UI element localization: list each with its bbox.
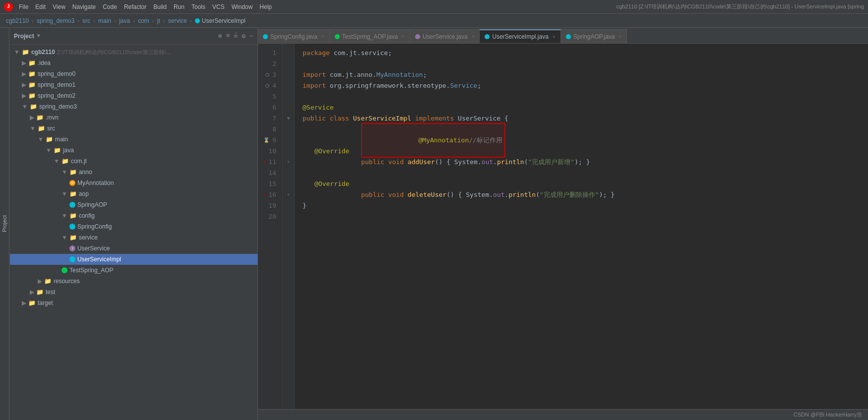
breadcrumb-com[interactable]: com: [138, 17, 149, 24]
tree-src[interactable]: ▼ 📁 src: [10, 123, 257, 134]
panel-dropdown[interactable]: ▼: [37, 33, 40, 39]
tree-target[interactable]: ▶ 📁 target: [10, 298, 257, 308]
tab-userserviceimpl[interactable]: UserServiceImpl.java ×: [480, 29, 560, 43]
tab-springconfig[interactable]: SpringConfig.java ×: [258, 29, 330, 43]
tab-close-springconfig[interactable]: ×: [321, 34, 324, 39]
tab-close-userservice[interactable]: ×: [472, 34, 475, 39]
code-content[interactable]: package com.jt.service; import com.jt.an…: [295, 44, 868, 409]
tab-springaop[interactable]: SpringAOP.java ×: [561, 29, 627, 43]
breadcrumb-jt[interactable]: jt: [157, 17, 160, 24]
tree-mvn[interactable]: ▶ 📁 .mvn: [10, 112, 257, 123]
menu-tools[interactable]: Tools: [191, 3, 205, 10]
scope-icon[interactable]: ⊕: [218, 32, 222, 40]
line-19: 19: [258, 200, 280, 211]
panel-title: Project: [14, 33, 34, 40]
folder-icon: 📁: [69, 234, 77, 241]
breadcrumb-module[interactable]: spring_demo3: [37, 17, 74, 24]
tree-idea[interactable]: ▶ 📁 .idea: [10, 58, 257, 68]
menu-code[interactable]: Code: [103, 3, 117, 10]
menu-edit[interactable]: Edit: [35, 3, 46, 10]
tree-springaop[interactable]: SpringAOP: [10, 199, 257, 210]
tree-userserviceimpl[interactable]: UserServiceImpl: [10, 254, 257, 265]
code-line-16: public void deleteUser() { System.out.pr…: [303, 189, 868, 200]
tree-service[interactable]: ▼ 📁 service: [10, 232, 257, 243]
tree-main[interactable]: ▼ 📁 main: [10, 134, 257, 145]
tab-close-testspring[interactable]: ×: [402, 34, 405, 39]
tree-root[interactable]: ▼ 📁 cgb2110 Z:\IT培训机构\达内\CGB2110\code\第三…: [10, 47, 257, 58]
line-8: 8: [258, 124, 280, 135]
tree-java[interactable]: ▼ 📁 java: [10, 145, 257, 156]
folder-icon: 📁: [38, 125, 45, 132]
close-panel-icon[interactable]: —: [249, 32, 253, 40]
code-line-2: [303, 59, 868, 69]
tree-mvn-label: .mvn: [46, 114, 59, 121]
settings-icon[interactable]: ⚙: [242, 32, 246, 40]
tree-config[interactable]: ▼ 📁 config: [10, 210, 257, 221]
menu-build[interactable]: Build: [153, 3, 167, 10]
panel-icons: ⊕ ≡ ≟ ⚙ —: [218, 32, 253, 40]
menu-help[interactable]: Help: [259, 3, 272, 10]
breadcrumb-java[interactable]: java: [119, 17, 130, 24]
line-4: ⬡4: [258, 80, 280, 91]
tree-myannotation[interactable]: @ MyAnnotation: [10, 178, 257, 188]
menu-window[interactable]: Window: [232, 3, 253, 10]
menu-run[interactable]: Run: [174, 3, 185, 10]
chevron-right-icon: ▶: [22, 81, 26, 88]
chevron-right-icon: ▶: [22, 70, 26, 77]
status-text: CSDN @FBI HackerHarry浩: [794, 411, 862, 419]
tree-test[interactable]: ▶ 📁 test: [10, 287, 257, 298]
project-sidebar-label: Project: [1, 215, 7, 232]
menu-bar[interactable]: File Edit View Navigate Code Refactor Bu…: [19, 3, 272, 10]
tree-root-label: cgb2110: [31, 49, 55, 56]
menu-vcs[interactable]: VCS: [212, 3, 225, 10]
tab-class-icon: [566, 34, 571, 39]
fold-7[interactable]: ▼: [283, 113, 294, 124]
line-16: ↑16: [258, 189, 280, 200]
code-line-4: import org.springframework.stereotype.Se…: [303, 80, 868, 91]
tree-myannotation-label: MyAnnotation: [77, 180, 114, 186]
menu-refactor[interactable]: Refactor: [124, 3, 146, 10]
folder-open-icon: ▼: [62, 212, 67, 219]
tree-anno[interactable]: ▼ 📁 anno: [10, 167, 257, 178]
line-15: 15: [258, 179, 280, 189]
tree-testspring[interactable]: TestSpring_AOP: [10, 265, 257, 276]
breadcrumb-project[interactable]: cgb2110: [6, 17, 29, 24]
line-3: ⬡3: [258, 69, 280, 80]
tree-userservice[interactable]: I UserService: [10, 243, 257, 254]
menu-navigate[interactable]: Navigate: [72, 3, 96, 10]
tree-spring-demo1[interactable]: ▶ 📁 spring_demo1: [10, 79, 257, 90]
line-9: ⌛9: [258, 135, 280, 146]
menu-file[interactable]: File: [19, 3, 28, 10]
tree-aop[interactable]: ▼ 📁 aop: [10, 188, 257, 199]
folder-open-icon: ▼: [62, 190, 67, 197]
tab-testspring-label: TestSpring_AOP.java: [342, 33, 398, 40]
tab-springaop-label: SpringAOP.java: [573, 33, 615, 40]
tab-userserviceimpl-label: UserServiceImpl.java: [492, 33, 548, 40]
tab-close-userserviceimpl[interactable]: ×: [553, 34, 556, 40]
menu-view[interactable]: View: [53, 3, 65, 10]
fold-16[interactable]: +: [283, 189, 294, 200]
tab-userservice[interactable]: UserService.java ×: [410, 29, 480, 43]
breadcrumb-main[interactable]: main: [98, 17, 111, 24]
tree-resources[interactable]: ▶ 📁 resources: [10, 276, 257, 287]
tree-spring-demo0[interactable]: ▶ 📁 spring_demo0: [10, 68, 257, 79]
tree-springconfig[interactable]: SpringConfig: [10, 221, 257, 232]
breadcrumb-src[interactable]: src: [82, 17, 90, 24]
folder-open-icon: ▼: [46, 147, 52, 154]
tree-com-jt[interactable]: ▼ 📁 com.jt: [10, 156, 257, 167]
line-7: 7: [258, 113, 280, 124]
fold-11[interactable]: +: [283, 157, 294, 168]
folder-icon: 📁: [62, 158, 69, 165]
class-icon: [69, 256, 75, 262]
tree-root-path: Z:\IT培训机构\达内\CGB2110\code\第三阶段\...: [57, 49, 171, 56]
tree-main-label: main: [55, 136, 68, 143]
code-editor[interactable]: 1 2 ⬡3 ⬡4 5 6 7 8 ⌛9 10 ↑11 14: [258, 44, 868, 409]
folder-open-icon: ▼: [62, 234, 67, 241]
tab-close-springaop[interactable]: ×: [619, 34, 622, 39]
tree-spring-demo2[interactable]: ▶ 📁 spring_demo2: [10, 90, 257, 101]
expand-icon[interactable]: ≟: [234, 32, 238, 40]
tab-testspring[interactable]: TestSpring_AOP.java ×: [330, 29, 410, 43]
collapse-all-icon[interactable]: ≡: [226, 32, 230, 40]
breadcrumb-service[interactable]: service: [168, 17, 187, 24]
tree-spring-demo3[interactable]: ▼ 📁 spring_demo3: [10, 101, 257, 112]
